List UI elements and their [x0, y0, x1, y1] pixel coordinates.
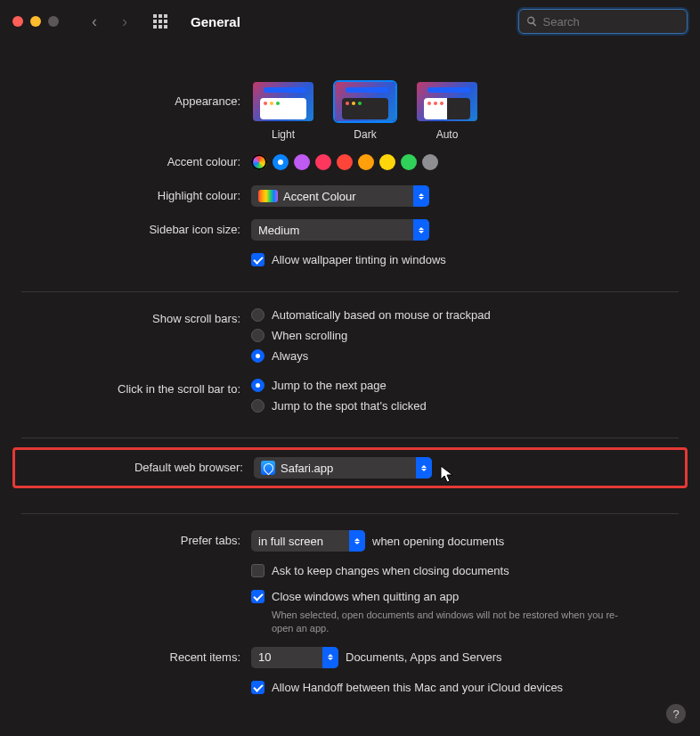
close-window-button[interactable] [12, 16, 23, 27]
prefer-tabs-label: Prefer tabs: [21, 528, 251, 553]
scrollbars-label: Show scroll bars: [21, 307, 251, 331]
accent-purple[interactable] [294, 154, 310, 170]
zoom-window-button[interactable] [48, 16, 59, 27]
wallpaper-tint-checkbox[interactable] [251, 253, 265, 266]
accent-label: Accent colour: [21, 150, 251, 175]
scrollbars-auto-label: Automatically based on mouse or trackpad [272, 308, 491, 322]
wallpaper-tint-label: Allow wallpaper tinting in windows [272, 253, 446, 266]
accent-yellow[interactable] [379, 154, 395, 170]
minimize-window-button[interactable] [30, 16, 41, 27]
appearance-light[interactable]: Light [251, 80, 315, 141]
chevron-updown-icon [416, 457, 432, 478]
appearance-auto-label: Auto [436, 128, 459, 141]
annotation-highlight: Default web browser: Safari.app [12, 447, 688, 488]
accent-blue[interactable] [273, 154, 289, 170]
sidebar-size-label: Sidebar icon size: [21, 217, 251, 242]
appearance-options: Light Dark Auto [251, 80, 679, 141]
prefer-tabs-value: in full screen [258, 535, 323, 548]
chevron-updown-icon [413, 219, 429, 241]
scrollbars-scrolling-radio[interactable] [251, 329, 265, 342]
close-windows-checkbox[interactable] [251, 590, 265, 603]
highlight-select[interactable]: Accent Colour [251, 185, 429, 207]
close-windows-label: Close windows when quitting an app [272, 590, 459, 603]
appearance-light-label: Light [272, 128, 295, 141]
chevron-updown-icon [413, 185, 429, 207]
handoff-checkbox[interactable] [251, 681, 265, 694]
highlight-label: Highlight colour: [21, 184, 251, 209]
accent-multicolor[interactable] [251, 154, 267, 170]
ask-changes-label: Ask to keep changes when closing documen… [272, 564, 509, 577]
accent-swatches [251, 154, 679, 170]
recent-label: Recent items: [21, 645, 251, 670]
show-all-icon[interactable] [153, 14, 167, 29]
recent-value: 10 [258, 650, 271, 664]
safari-icon [261, 461, 275, 475]
default-browser-value: Safari.app [281, 462, 333, 475]
light-thumbnail [251, 80, 315, 123]
sidebar-size-select[interactable]: Medium [251, 219, 429, 241]
chevron-updown-icon [322, 647, 338, 668]
recent-select[interactable]: 10 [251, 647, 338, 668]
click-scroll-next-label: Jump to the next page [272, 379, 387, 392]
back-button[interactable]: ‹ [84, 12, 105, 31]
chevron-updown-icon [349, 530, 365, 552]
system-preferences-general: ‹ › General Appearance: Light [0, 0, 700, 736]
search-field[interactable] [518, 9, 688, 34]
accent-orange[interactable] [358, 154, 374, 170]
appearance-dark[interactable]: Dark [333, 80, 397, 141]
gradient-icon [258, 190, 278, 202]
highlight-value: Accent Colour [283, 190, 356, 203]
default-browser-label: Default web browser: [24, 455, 254, 480]
content: Appearance: Light Dark Auto [0, 45, 700, 719]
titlebar: ‹ › General [0, 0, 700, 45]
window-title: General [191, 14, 240, 29]
default-browser-select[interactable]: Safari.app [254, 457, 432, 478]
close-windows-subtext: When selected, open documents and window… [272, 609, 628, 636]
dark-thumbnail [333, 80, 397, 123]
appearance-auto[interactable]: Auto [415, 80, 479, 141]
scrollbars-scrolling-label: When scrolling [272, 329, 347, 342]
forward-button[interactable]: › [114, 12, 135, 31]
click-scroll-spot-label: Jump to the spot that's clicked [272, 399, 427, 413]
window-controls [12, 16, 59, 27]
click-scroll-label: Click in the scroll bar to: [21, 377, 251, 402]
prefer-tabs-suffix: when opening documents [372, 535, 504, 548]
auto-thumbnail [415, 80, 479, 123]
accent-pink[interactable] [315, 154, 331, 170]
scrollbars-always-radio[interactable] [251, 349, 265, 363]
prefer-tabs-select[interactable]: in full screen [251, 530, 365, 552]
appearance-dark-label: Dark [354, 128, 376, 141]
click-scroll-spot-radio[interactable] [251, 399, 265, 413]
click-scroll-next-radio[interactable] [251, 379, 265, 392]
handoff-label: Allow Handoff between this Mac and your … [272, 681, 563, 694]
accent-graphite[interactable] [422, 154, 438, 170]
help-button[interactable]: ? [666, 704, 686, 724]
accent-green[interactable] [401, 154, 417, 170]
sidebar-size-value: Medium [258, 224, 299, 237]
scrollbars-auto-radio[interactable] [251, 308, 265, 322]
recent-suffix: Documents, Apps and Servers [346, 650, 502, 664]
search-icon [526, 15, 538, 28]
scrollbars-always-label: Always [272, 349, 308, 363]
accent-red[interactable] [337, 154, 353, 170]
appearance-label: Appearance: [21, 80, 251, 123]
ask-changes-checkbox[interactable] [251, 564, 265, 577]
search-input[interactable] [543, 15, 680, 29]
